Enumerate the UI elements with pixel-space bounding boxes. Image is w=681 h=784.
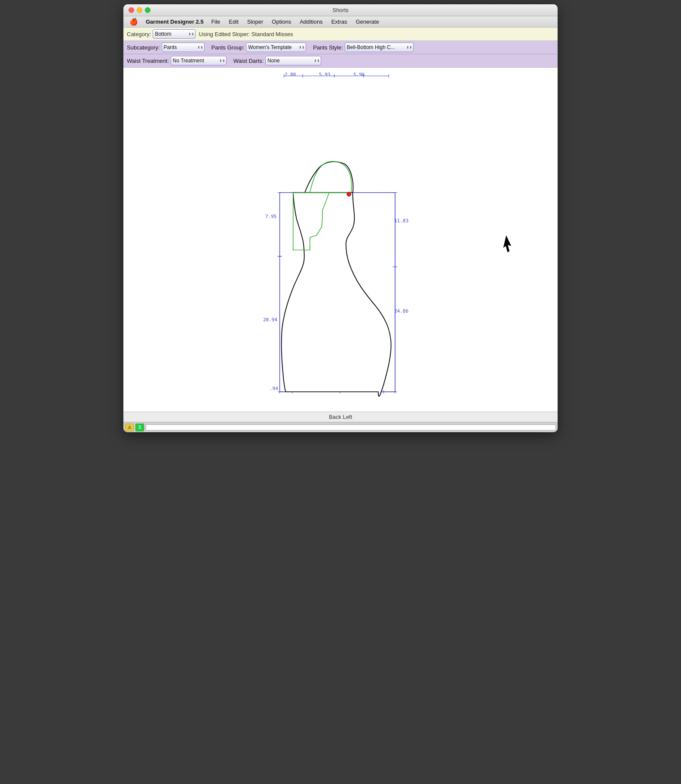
close-button[interactable] bbox=[129, 7, 134, 13]
window-title: Shorts bbox=[332, 7, 349, 13]
controls-row-2: Waist Treatment: No Treatment Waist Dart… bbox=[123, 54, 558, 68]
pattern-svg bbox=[123, 68, 558, 412]
subcategory-select[interactable]: Pants bbox=[162, 43, 205, 52]
category-select-wrapper: Bottom bbox=[153, 29, 196, 39]
controls-row: Subcategory: Pants Pants Group: Women's … bbox=[123, 41, 558, 54]
pants-group-group: Pants Group: Women's Template bbox=[212, 43, 307, 52]
sloper-value: Standard Misses bbox=[252, 31, 293, 37]
maximize-button[interactable] bbox=[145, 7, 150, 13]
menu-edit[interactable]: Edit bbox=[225, 18, 242, 26]
toolbar-row: Category: Bottom Using Edited Sloper: St… bbox=[123, 28, 558, 41]
sloper-label: Using Edited Sloper: bbox=[199, 31, 250, 37]
waist-treatment-select-wrapper: No Treatment bbox=[171, 56, 227, 65]
menu-generate[interactable]: Generate bbox=[352, 18, 382, 26]
menubar: 🍎 Garment Designer 2.5 File Edit Sloper … bbox=[123, 16, 558, 28]
bottom-bar: Back Left bbox=[123, 412, 558, 422]
waist-darts-label: Waist Darts: bbox=[233, 58, 264, 64]
main-window: Shorts 🍎 Garment Designer 2.5 File Edit … bbox=[123, 4, 558, 432]
pants-group-select[interactable]: Women's Template bbox=[246, 43, 306, 52]
subcategory-group: Subcategory: Pants bbox=[127, 43, 205, 52]
menu-additions[interactable]: Additions bbox=[296, 18, 326, 26]
traffic-lights bbox=[129, 7, 150, 13]
apple-menu[interactable]: 🍎 bbox=[126, 18, 141, 26]
pants-style-select-wrapper: Bell-Bottom High C... bbox=[345, 43, 414, 52]
subcategory-label: Subcategory: bbox=[127, 44, 160, 51]
menu-extras[interactable]: Extras bbox=[328, 18, 351, 26]
pants-style-select[interactable]: Bell-Bottom High C... bbox=[345, 43, 414, 52]
waist-treatment-label: Waist Treatment: bbox=[127, 58, 169, 64]
bottom-label: Back Left bbox=[329, 414, 352, 420]
waist-darts-select-wrapper: None bbox=[265, 56, 321, 65]
svg-point-25 bbox=[347, 192, 351, 197]
category-label: Category: bbox=[127, 31, 151, 37]
pants-group-select-wrapper: Women's Template bbox=[246, 43, 306, 52]
menu-file[interactable]: File bbox=[208, 18, 224, 26]
canvas-area[interactable]: 2.88 5.93 5.96 7.95 11.83 28.94 24.86 .9… bbox=[123, 68, 558, 412]
menu-sloper[interactable]: Sloper bbox=[244, 18, 267, 26]
waist-treatment-group: Waist Treatment: No Treatment bbox=[127, 56, 227, 65]
menu-options[interactable]: Options bbox=[268, 18, 294, 26]
waist-treatment-select[interactable]: No Treatment bbox=[171, 56, 227, 65]
category-select[interactable]: Bottom bbox=[153, 29, 196, 39]
dollar-icon: $ bbox=[135, 424, 144, 431]
waist-darts-select[interactable]: None bbox=[265, 56, 321, 65]
pants-style-group: Pants Style: Bell-Bottom High C... bbox=[313, 43, 413, 52]
pants-group-label: Pants Group: bbox=[212, 44, 245, 51]
warning-icon: ⚠ bbox=[125, 424, 134, 431]
minimize-button[interactable] bbox=[137, 7, 142, 13]
subcategory-select-wrapper: Pants bbox=[162, 43, 205, 52]
status-progress-bar bbox=[146, 424, 556, 430]
pants-style-label: Pants Style: bbox=[313, 44, 343, 51]
titlebar: Shorts bbox=[123, 4, 558, 16]
app-name: Garment Designer 2.5 bbox=[143, 18, 206, 25]
status-bar: ⚠ $ bbox=[123, 422, 558, 432]
waist-darts-group: Waist Darts: None bbox=[233, 56, 321, 65]
svg-marker-26 bbox=[503, 235, 512, 252]
